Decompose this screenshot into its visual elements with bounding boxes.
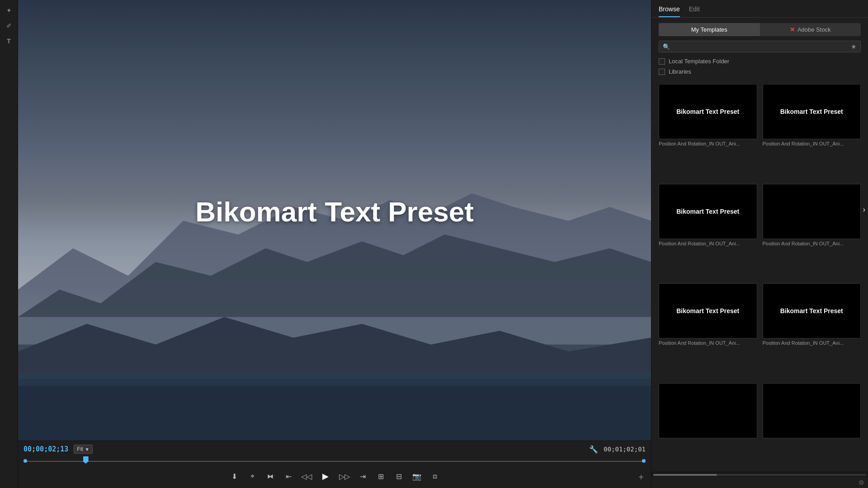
- template-thumb-6: Bikomart Text Preset: [763, 283, 861, 338]
- search-icon: 🔍: [663, 43, 670, 50]
- left-toolbar: ✦ ✐ T: [0, 0, 18, 488]
- template-card-6[interactable]: Bikomart Text PresetPosition And Rotatio…: [763, 283, 861, 378]
- video-text-overlay: Bikomart Text Preset: [195, 196, 474, 228]
- local-templates-checkbox-row: Local Templates Folder: [651, 56, 868, 66]
- local-templates-checkbox[interactable]: [659, 58, 665, 65]
- libraries-checkbox-row: Libraries: [651, 66, 868, 77]
- template-card-1[interactable]: Bikomart Text PresetPosition And Rotatio…: [659, 84, 757, 178]
- video-preview: Bikomart Text Preset: [18, 0, 651, 441]
- template-card-4[interactable]: Position And Rotation_IN OUT_Ani...: [763, 184, 861, 278]
- timeline-bar[interactable]: [24, 456, 646, 465]
- template-card-7[interactable]: [659, 383, 757, 472]
- main-area: Bikomart Text Preset 00;00;02;13 Fit ▼ 🔧…: [18, 0, 651, 488]
- template-thumb-3: Bikomart Text Preset: [659, 184, 757, 239]
- panel-tabs: Browse Edit: [651, 0, 868, 18]
- template-name-2: Position And Rotation_IN OUT_Ani...: [763, 141, 861, 150]
- tab-edit[interactable]: Edit: [689, 5, 700, 17]
- timeline-marker-end: [642, 459, 646, 463]
- search-row: 🔍 ★: [659, 41, 861, 52]
- controls-row: ⬇ ⌖ ⧓ ⇤ ◁◁ ▶ ▷▷ ⇥ ⊞ ⊟ 📷 ⧈: [24, 468, 646, 486]
- tool-pen-icon[interactable]: ✐: [3, 20, 15, 32]
- split-button[interactable]: ⌖: [247, 471, 258, 482]
- template-name-8: [763, 440, 861, 444]
- panel-settings-icon[interactable]: ⚙: [859, 479, 864, 486]
- template-grid: Bikomart Text PresetPosition And Rotatio…: [651, 77, 868, 472]
- adobe-x-icon: ✕: [790, 26, 795, 33]
- duration-timecode: 00;01;02;01: [604, 446, 646, 453]
- dropdown-arrow: ▼: [85, 447, 90, 452]
- trim-button[interactable]: ⧓: [265, 471, 276, 482]
- fit-label: Fit: [77, 446, 83, 452]
- template-thumb-5: Bikomart Text Preset: [659, 283, 757, 338]
- marker-in-button[interactable]: ⬇: [229, 471, 240, 482]
- tool-text-icon[interactable]: T: [3, 35, 15, 47]
- go-to-out-button[interactable]: ⇥: [357, 471, 368, 482]
- step-back-button[interactable]: ◁◁: [301, 471, 312, 482]
- play-button[interactable]: ▶: [319, 470, 332, 483]
- overwrite-button[interactable]: ⊟: [393, 471, 404, 482]
- scrollbar-track[interactable]: [653, 474, 866, 476]
- template-thumb-2: Bikomart Text Preset: [763, 84, 861, 139]
- timecode-row: 00;00;02;13 Fit ▼ 🔧 00;01;02;01: [24, 445, 646, 454]
- template-thumb-8: [763, 383, 861, 438]
- template-card-5[interactable]: Bikomart Text PresetPosition And Rotatio…: [659, 283, 757, 378]
- timeline-marker-start: [24, 459, 27, 463]
- adobe-stock-label: Adobe Stock: [797, 26, 831, 33]
- scrollbar-thumb: [653, 474, 717, 476]
- add-button[interactable]: +: [638, 472, 644, 483]
- template-thumb-1: Bikomart Text Preset: [659, 84, 757, 139]
- svg-rect-4: [18, 379, 651, 441]
- libraries-checkbox[interactable]: [659, 69, 665, 75]
- source-tab-adobe-stock[interactable]: ✕ Adobe Stock: [760, 23, 861, 36]
- template-card-8[interactable]: [763, 383, 861, 472]
- template-name-3: Position And Rotation_IN OUT_Ani...: [659, 241, 757, 250]
- timeline-track: [24, 461, 646, 462]
- export-frame-button[interactable]: 📷: [411, 471, 422, 482]
- template-card-3[interactable]: Bikomart Text PresetPosition And Rotatio…: [659, 184, 757, 278]
- insert-clip-button[interactable]: ⊞: [375, 471, 386, 482]
- panel-scrollbar[interactable]: [651, 472, 868, 477]
- right-panel: Browse Edit My Templates ✕ Adobe Stock 🔍…: [651, 0, 868, 488]
- search-input[interactable]: [673, 43, 851, 50]
- step-forward-button[interactable]: ▷▷: [339, 471, 350, 482]
- mountain-svg: [18, 132, 651, 441]
- current-timecode: 00;00;02;13: [24, 445, 68, 453]
- fit-dropdown[interactable]: Fit ▼: [74, 445, 92, 454]
- source-tab-my-templates[interactable]: My Templates: [659, 23, 760, 36]
- panel-bottom-icons: ⚙: [651, 477, 868, 488]
- favorites-star-icon[interactable]: ★: [851, 43, 857, 50]
- template-card-2[interactable]: Bikomart Text PresetPosition And Rotatio…: [763, 84, 861, 178]
- compare-button[interactable]: ⧈: [429, 471, 440, 482]
- svg-rect-5: [18, 372, 651, 385]
- libraries-label: Libraries: [669, 68, 691, 75]
- timeline-playhead[interactable]: [83, 456, 89, 464]
- player-controls: 00;00;02;13 Fit ▼ 🔧 00;01;02;01 ⬇ ⌖ ⧓ ⇤ …: [18, 441, 651, 488]
- wrench-icon[interactable]: 🔧: [589, 445, 598, 454]
- template-name-4: Position And Rotation_IN OUT_Ani...: [763, 241, 861, 250]
- template-name-1: Position And Rotation_IN OUT_Ani...: [659, 141, 757, 150]
- template-name-6: Position And Rotation_IN OUT_Ani...: [763, 340, 861, 349]
- tool-arrow-icon[interactable]: ✦: [3, 5, 15, 16]
- template-name-7: [659, 440, 757, 444]
- template-thumb-7: [659, 383, 757, 438]
- tab-browse[interactable]: Browse: [659, 5, 680, 17]
- local-templates-label: Local Templates Folder: [669, 58, 729, 65]
- template-thumb-4: [763, 184, 861, 239]
- template-name-5: Position And Rotation_IN OUT_Ani...: [659, 340, 757, 349]
- template-source-tabs: My Templates ✕ Adobe Stock: [659, 23, 861, 36]
- go-to-in-button[interactable]: ⇤: [283, 471, 294, 482]
